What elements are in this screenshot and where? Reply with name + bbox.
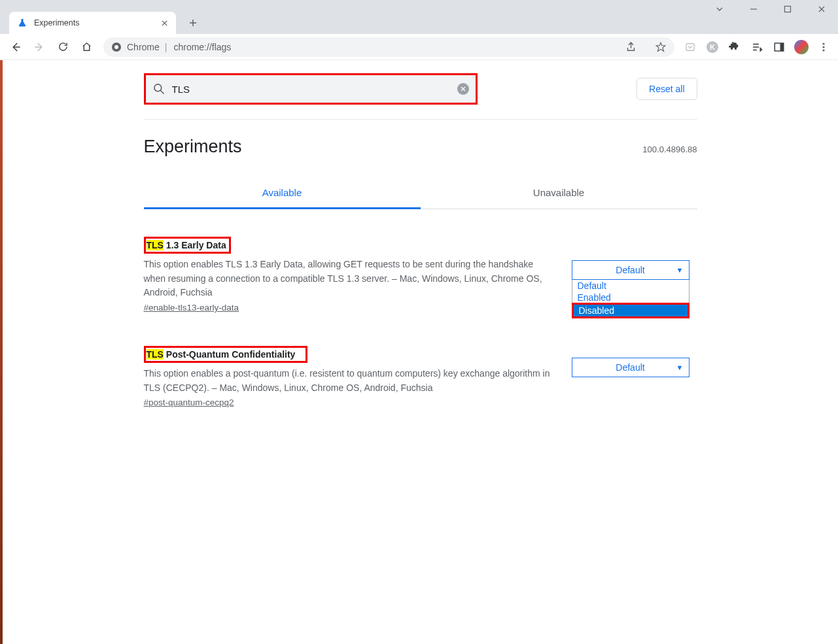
chevron-down-icon: ▼	[676, 266, 684, 274]
tab-close-button[interactable]	[159, 18, 169, 28]
flask-icon	[17, 18, 27, 28]
browser-toolbar: Chrome | chrome://flags K	[0, 34, 838, 60]
browser-tab[interactable]: Experiments	[9, 12, 176, 34]
experiment-control: Default ▼	[572, 346, 690, 408]
select-value: Default	[616, 362, 644, 373]
flag-tabs: Available Unavailable	[144, 179, 697, 209]
page-title: Experiments	[144, 137, 242, 157]
dropdown-option-default[interactable]: Default	[572, 280, 689, 292]
reset-all-button[interactable]: Reset all	[637, 78, 697, 100]
new-tab-button[interactable]	[184, 14, 202, 32]
url-text: chrome://flags	[173, 42, 231, 52]
experiment-title: TLS 1.3 Early Data	[146, 239, 227, 252]
flag-search-box[interactable]	[146, 75, 476, 103]
extensions-icon[interactable]	[725, 38, 744, 56]
search-highlight: TLS	[147, 240, 164, 250]
tab-title: Experiments	[34, 18, 152, 27]
search-icon	[152, 82, 166, 95]
sidepanel-icon[interactable]	[770, 38, 788, 56]
share-icon[interactable]	[625, 41, 637, 52]
svg-text:K: K	[710, 43, 715, 51]
extension-k-icon[interactable]: K	[703, 38, 722, 56]
svg-point-11	[154, 84, 161, 92]
svg-point-10	[822, 49, 824, 51]
experiment-title-annotation: TLS 1.3 Early Data	[144, 237, 231, 254]
experiment-select[interactable]: Default ▼	[572, 358, 690, 377]
nav-reload-button[interactable]	[52, 37, 73, 58]
menu-icon[interactable]	[814, 38, 833, 56]
bookmark-icon[interactable]	[655, 41, 667, 53]
experiment-description: This option enables TLS 1.3 Early Data, …	[144, 258, 556, 300]
experiment-text: TLS Post-Quantum Confidentiality This op…	[144, 346, 556, 408]
select-value: Default	[616, 265, 644, 275]
pocket-icon[interactable]	[681, 38, 699, 56]
experiment-control: Default ▼ Default Enabled Disabled	[572, 237, 690, 313]
tab-available[interactable]: Available	[144, 179, 421, 209]
flags-page: Reset all Experiments 100.0.4896.88 Avai…	[144, 60, 697, 644]
nav-forward-button[interactable]	[29, 37, 50, 58]
nav-home-button[interactable]	[76, 37, 97, 58]
experiment-item: TLS 1.3 Early Data This option enables T…	[144, 209, 697, 313]
content-area: Reset all Experiments 100.0.4896.88 Avai…	[0, 60, 838, 644]
toolbar-right: K	[681, 38, 833, 56]
address-bar[interactable]: Chrome | chrome://flags	[103, 37, 674, 57]
svg-rect-0	[785, 7, 791, 12]
clear-search-icon[interactable]	[457, 83, 469, 95]
experiment-text: TLS 1.3 Early Data This option enables T…	[144, 237, 556, 313]
window-close-button[interactable]	[812, 2, 831, 16]
chevron-down-icon: ▼	[676, 364, 684, 371]
experiment-description: This option enables a post-quantum (i.e.…	[144, 367, 556, 395]
select-dropdown: Default Enabled Disabled	[572, 280, 690, 318]
nav-back-button[interactable]	[5, 37, 26, 58]
svg-rect-3	[686, 43, 694, 50]
experiment-title: TLS Post-Quantum Confidentiality	[146, 348, 296, 361]
media-control-icon[interactable]	[748, 38, 766, 56]
profile-avatar[interactable]	[792, 38, 811, 56]
dropdown-option-disabled[interactable]: Disabled	[572, 303, 690, 318]
experiment-select[interactable]: Default ▼	[572, 260, 690, 280]
window-minimize-button[interactable]	[744, 2, 763, 16]
experiment-hash-link[interactable]: #post-quantum-cecpq2	[144, 398, 234, 407]
search-annotation-box	[144, 73, 478, 105]
search-highlight: TLS	[147, 349, 164, 360]
window-dropdown-icon[interactable]	[710, 2, 729, 16]
experiment-title-annotation: TLS Post-Quantum Confidentiality	[144, 346, 308, 363]
scrollable-content[interactable]: Reset all Experiments 100.0.4896.88 Avai…	[3, 60, 838, 644]
window-titlebar	[0, 0, 838, 10]
flag-search-input[interactable]	[172, 84, 451, 95]
tab-unavailable[interactable]: Unavailable	[421, 179, 697, 209]
svg-point-8	[822, 42, 824, 44]
svg-rect-7	[780, 43, 784, 51]
svg-point-2	[114, 45, 118, 49]
experiment-hash-link[interactable]: #enable-tls13-early-data	[144, 303, 239, 313]
experiment-item: TLS Post-Quantum Confidentiality This op…	[144, 313, 697, 408]
window-controls	[710, 2, 831, 16]
svg-point-9	[822, 46, 824, 48]
site-info-chip[interactable]: Chrome |	[111, 42, 167, 52]
chrome-icon	[111, 42, 122, 52]
window-maximize-button[interactable]	[778, 2, 797, 16]
version-label: 100.0.4896.88	[642, 144, 697, 154]
omnibox-divider: |	[165, 42, 167, 52]
flags-top-bar: Reset all	[144, 67, 697, 119]
site-label: Chrome	[127, 42, 160, 52]
dropdown-option-enabled[interactable]: Enabled	[572, 292, 689, 303]
heading-row: Experiments 100.0.4896.88	[144, 137, 697, 157]
